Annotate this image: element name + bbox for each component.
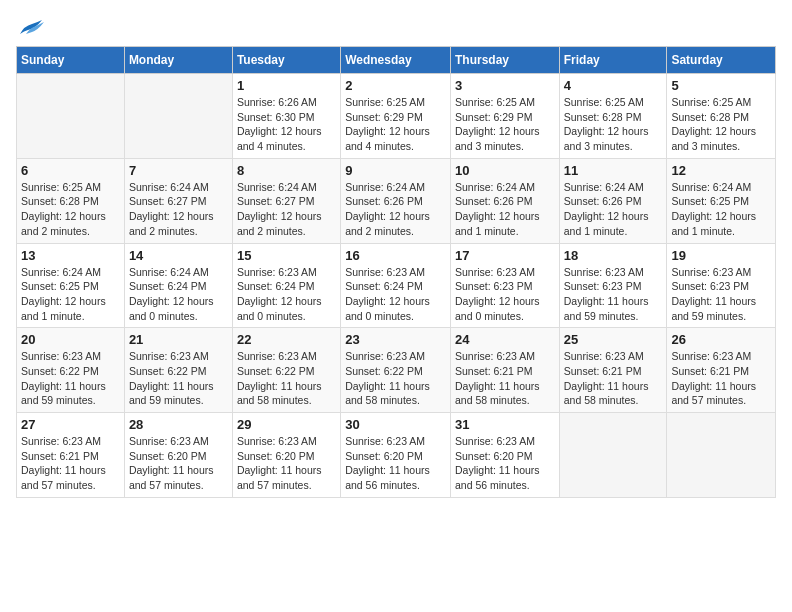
day-detail: Sunrise: 6:23 AM Sunset: 6:23 PM Dayligh… — [671, 265, 771, 324]
header-day-thursday: Thursday — [450, 47, 559, 74]
day-number: 23 — [345, 332, 446, 347]
calendar-cell — [17, 74, 125, 159]
day-detail: Sunrise: 6:23 AM Sunset: 6:22 PM Dayligh… — [21, 349, 120, 408]
day-detail: Sunrise: 6:24 AM Sunset: 6:24 PM Dayligh… — [129, 265, 228, 324]
calendar-cell: 26Sunrise: 6:23 AM Sunset: 6:21 PM Dayli… — [667, 328, 776, 413]
calendar-table: SundayMondayTuesdayWednesdayThursdayFrid… — [16, 46, 776, 498]
calendar-cell: 17Sunrise: 6:23 AM Sunset: 6:23 PM Dayli… — [450, 243, 559, 328]
day-number: 30 — [345, 417, 446, 432]
day-detail: Sunrise: 6:23 AM Sunset: 6:23 PM Dayligh… — [564, 265, 663, 324]
day-detail: Sunrise: 6:23 AM Sunset: 6:20 PM Dayligh… — [455, 434, 555, 493]
day-detail: Sunrise: 6:25 AM Sunset: 6:28 PM Dayligh… — [564, 95, 663, 154]
day-detail: Sunrise: 6:23 AM Sunset: 6:21 PM Dayligh… — [455, 349, 555, 408]
page-header — [16, 16, 776, 38]
calendar-cell: 15Sunrise: 6:23 AM Sunset: 6:24 PM Dayli… — [232, 243, 340, 328]
week-row-2: 6Sunrise: 6:25 AM Sunset: 6:28 PM Daylig… — [17, 158, 776, 243]
day-detail: Sunrise: 6:23 AM Sunset: 6:20 PM Dayligh… — [129, 434, 228, 493]
header-day-monday: Monday — [124, 47, 232, 74]
day-number: 6 — [21, 163, 120, 178]
calendar-cell: 18Sunrise: 6:23 AM Sunset: 6:23 PM Dayli… — [559, 243, 667, 328]
header-day-wednesday: Wednesday — [341, 47, 451, 74]
calendar-cell: 10Sunrise: 6:24 AM Sunset: 6:26 PM Dayli… — [450, 158, 559, 243]
calendar-cell: 29Sunrise: 6:23 AM Sunset: 6:20 PM Dayli… — [232, 413, 340, 498]
day-detail: Sunrise: 6:24 AM Sunset: 6:25 PM Dayligh… — [21, 265, 120, 324]
day-detail: Sunrise: 6:23 AM Sunset: 6:22 PM Dayligh… — [345, 349, 446, 408]
calendar-cell: 13Sunrise: 6:24 AM Sunset: 6:25 PM Dayli… — [17, 243, 125, 328]
day-number: 16 — [345, 248, 446, 263]
calendar-cell: 21Sunrise: 6:23 AM Sunset: 6:22 PM Dayli… — [124, 328, 232, 413]
day-detail: Sunrise: 6:25 AM Sunset: 6:29 PM Dayligh… — [455, 95, 555, 154]
day-number: 10 — [455, 163, 555, 178]
day-detail: Sunrise: 6:23 AM Sunset: 6:22 PM Dayligh… — [237, 349, 336, 408]
day-detail: Sunrise: 6:24 AM Sunset: 6:27 PM Dayligh… — [237, 180, 336, 239]
calendar-cell: 5Sunrise: 6:25 AM Sunset: 6:28 PM Daylig… — [667, 74, 776, 159]
calendar-cell: 3Sunrise: 6:25 AM Sunset: 6:29 PM Daylig… — [450, 74, 559, 159]
day-detail: Sunrise: 6:26 AM Sunset: 6:30 PM Dayligh… — [237, 95, 336, 154]
week-row-4: 20Sunrise: 6:23 AM Sunset: 6:22 PM Dayli… — [17, 328, 776, 413]
calendar-cell: 24Sunrise: 6:23 AM Sunset: 6:21 PM Dayli… — [450, 328, 559, 413]
day-detail: Sunrise: 6:24 AM Sunset: 6:26 PM Dayligh… — [455, 180, 555, 239]
calendar-cell — [667, 413, 776, 498]
day-number: 11 — [564, 163, 663, 178]
day-number: 4 — [564, 78, 663, 93]
header-row: SundayMondayTuesdayWednesdayThursdayFrid… — [17, 47, 776, 74]
week-row-5: 27Sunrise: 6:23 AM Sunset: 6:21 PM Dayli… — [17, 413, 776, 498]
week-row-3: 13Sunrise: 6:24 AM Sunset: 6:25 PM Dayli… — [17, 243, 776, 328]
day-number: 3 — [455, 78, 555, 93]
day-detail: Sunrise: 6:24 AM Sunset: 6:27 PM Dayligh… — [129, 180, 228, 239]
calendar-body: 1Sunrise: 6:26 AM Sunset: 6:30 PM Daylig… — [17, 74, 776, 498]
calendar-cell: 19Sunrise: 6:23 AM Sunset: 6:23 PM Dayli… — [667, 243, 776, 328]
calendar-cell: 9Sunrise: 6:24 AM Sunset: 6:26 PM Daylig… — [341, 158, 451, 243]
day-number: 8 — [237, 163, 336, 178]
day-number: 2 — [345, 78, 446, 93]
calendar-cell: 12Sunrise: 6:24 AM Sunset: 6:25 PM Dayli… — [667, 158, 776, 243]
day-number: 29 — [237, 417, 336, 432]
week-row-1: 1Sunrise: 6:26 AM Sunset: 6:30 PM Daylig… — [17, 74, 776, 159]
logo-icon — [16, 16, 44, 38]
day-detail: Sunrise: 6:23 AM Sunset: 6:24 PM Dayligh… — [345, 265, 446, 324]
calendar-cell — [559, 413, 667, 498]
header-day-friday: Friday — [559, 47, 667, 74]
day-number: 13 — [21, 248, 120, 263]
day-detail: Sunrise: 6:23 AM Sunset: 6:20 PM Dayligh… — [237, 434, 336, 493]
day-detail: Sunrise: 6:25 AM Sunset: 6:28 PM Dayligh… — [21, 180, 120, 239]
day-number: 31 — [455, 417, 555, 432]
calendar-cell: 11Sunrise: 6:24 AM Sunset: 6:26 PM Dayli… — [559, 158, 667, 243]
calendar-cell: 7Sunrise: 6:24 AM Sunset: 6:27 PM Daylig… — [124, 158, 232, 243]
calendar-cell: 23Sunrise: 6:23 AM Sunset: 6:22 PM Dayli… — [341, 328, 451, 413]
header-day-saturday: Saturday — [667, 47, 776, 74]
day-number: 28 — [129, 417, 228, 432]
day-detail: Sunrise: 6:23 AM Sunset: 6:23 PM Dayligh… — [455, 265, 555, 324]
day-number: 22 — [237, 332, 336, 347]
day-number: 24 — [455, 332, 555, 347]
day-detail: Sunrise: 6:25 AM Sunset: 6:28 PM Dayligh… — [671, 95, 771, 154]
header-day-sunday: Sunday — [17, 47, 125, 74]
day-detail: Sunrise: 6:23 AM Sunset: 6:21 PM Dayligh… — [21, 434, 120, 493]
calendar-cell: 4Sunrise: 6:25 AM Sunset: 6:28 PM Daylig… — [559, 74, 667, 159]
calendar-cell: 25Sunrise: 6:23 AM Sunset: 6:21 PM Dayli… — [559, 328, 667, 413]
day-number: 1 — [237, 78, 336, 93]
header-day-tuesday: Tuesday — [232, 47, 340, 74]
calendar-cell: 2Sunrise: 6:25 AM Sunset: 6:29 PM Daylig… — [341, 74, 451, 159]
calendar-header: SundayMondayTuesdayWednesdayThursdayFrid… — [17, 47, 776, 74]
day-detail: Sunrise: 6:23 AM Sunset: 6:20 PM Dayligh… — [345, 434, 446, 493]
day-detail: Sunrise: 6:23 AM Sunset: 6:21 PM Dayligh… — [564, 349, 663, 408]
day-number: 17 — [455, 248, 555, 263]
day-number: 20 — [21, 332, 120, 347]
day-number: 9 — [345, 163, 446, 178]
calendar-cell: 16Sunrise: 6:23 AM Sunset: 6:24 PM Dayli… — [341, 243, 451, 328]
calendar-cell: 20Sunrise: 6:23 AM Sunset: 6:22 PM Dayli… — [17, 328, 125, 413]
calendar-cell: 8Sunrise: 6:24 AM Sunset: 6:27 PM Daylig… — [232, 158, 340, 243]
day-number: 19 — [671, 248, 771, 263]
day-number: 14 — [129, 248, 228, 263]
day-number: 21 — [129, 332, 228, 347]
day-detail: Sunrise: 6:23 AM Sunset: 6:24 PM Dayligh… — [237, 265, 336, 324]
logo — [16, 16, 48, 38]
calendar-cell: 14Sunrise: 6:24 AM Sunset: 6:24 PM Dayli… — [124, 243, 232, 328]
day-detail: Sunrise: 6:23 AM Sunset: 6:21 PM Dayligh… — [671, 349, 771, 408]
day-number: 27 — [21, 417, 120, 432]
day-detail: Sunrise: 6:25 AM Sunset: 6:29 PM Dayligh… — [345, 95, 446, 154]
calendar-cell: 27Sunrise: 6:23 AM Sunset: 6:21 PM Dayli… — [17, 413, 125, 498]
calendar-cell: 6Sunrise: 6:25 AM Sunset: 6:28 PM Daylig… — [17, 158, 125, 243]
day-detail: Sunrise: 6:24 AM Sunset: 6:26 PM Dayligh… — [564, 180, 663, 239]
